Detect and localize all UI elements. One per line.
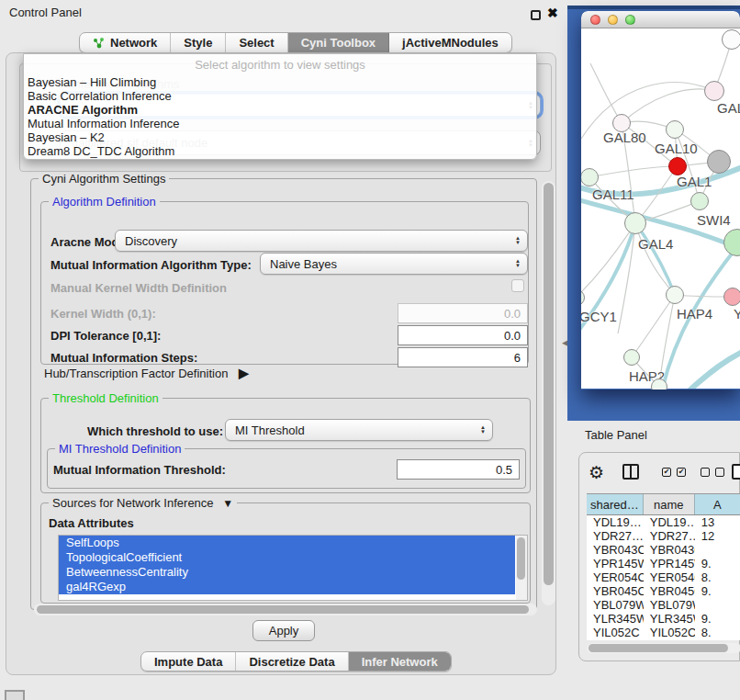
dpi-tolerance-field[interactable]: 0.0 [398,325,528,345]
network-node-GAL11[interactable] [581,168,599,186]
network-node-GAL1[interactable] [668,157,687,175]
minimize-traffic-light[interactable] [608,15,618,25]
which-threshold-combo[interactable]: MI Threshold [225,419,493,441]
checked-checkbox-icon[interactable] [662,468,671,477]
cell-value [695,543,740,557]
cell-shared-name: YDL19… [587,515,644,529]
network-node[interactable] [722,29,740,50]
settings-vscroll-thumb[interactable] [544,183,554,585]
cell-shared-name: YBL079W [587,598,644,612]
cell-value [695,598,740,612]
float-window-icon[interactable] [531,10,541,20]
attribute-item[interactable]: SelfLoops [59,536,515,550]
network-node-GAL4[interactable] [624,212,646,234]
cell-value: 8. [695,570,740,584]
mi-threshold-group: MI Threshold Definition Mutual Informati… [47,448,526,489]
zoom-traffic-light[interactable] [625,15,635,25]
kernel-width-label: Kernel Width (0,1): [50,307,156,321]
node-label-Y: Y [734,306,740,322]
network-node-HAP4[interactable] [666,286,684,304]
unchecked-checkbox-icon[interactable] [701,468,710,477]
apply-button[interactable]: Apply [252,620,315,641]
attribute-item[interactable]: TopologicalCoefficient [59,550,515,565]
tab-select[interactable]: Select [226,33,287,52]
hub-definition-expander[interactable]: Hub/Transcription Factor Definition ▶ [44,366,249,380]
table-row[interactable]: YIL052C YIL052C 8. [587,626,740,639]
mi-type-combo[interactable]: Naive Bayes [260,253,528,275]
network-node-GAL10[interactable] [666,120,684,139]
column-header-shared-name[interactable]: shared… [587,494,644,514]
dropdown-item[interactable]: Dream8 DC_TDC Algorithm [24,144,536,158]
tab-network-label: Network [110,36,157,50]
split-columns-icon[interactable] [622,464,639,480]
data-attributes-list[interactable]: SelfLoopsTopologicalCoefficientBetweenne… [58,535,528,601]
attribute-item[interactable]: gal4RGexp [59,580,515,594]
hub-definition-label: Hub/Transcription Factor Definition [44,367,228,380]
table-row[interactable]: YBR045C YBR045C 9. [587,584,740,598]
network-node-HAP2[interactable] [623,349,640,366]
gear-icon[interactable]: ⚙ [589,462,604,483]
network-view-window[interactable]: GAL8GAL80GAL10GAL1GAL11SWI4GAL4HAP4YGCY1… [581,11,740,390]
tab-impute-label: Impute Data [154,655,222,669]
manual-kernel-checkbox[interactable] [511,279,524,292]
table-horizontal-scrollbar[interactable] [587,643,740,653]
table-row[interactable]: YDR27… YDR27… 12 [587,529,740,543]
network-node-SWI4[interactable] [690,192,709,210]
network-node-Y[interactable] [723,288,740,306]
table-hscroll-thumb[interactable] [589,644,728,652]
mi-steps-label: Mutual Information Steps: [50,351,197,365]
column-header-clipped[interactable]: A [695,494,740,514]
close-icon[interactable]: ✖ [547,6,558,20]
attributes-scrollbar-thumb[interactable] [517,537,525,580]
sources-group-title[interactable]: Sources for Network Inference ▼ [49,496,237,510]
cell-name: YIL052C [644,626,695,639]
kernel-width-field[interactable]: 0.0 [398,303,528,323]
settings-hscroll-thumb[interactable] [37,605,529,614]
collapsed-panel-button[interactable] [5,690,25,700]
cell-name: YLR345W [644,612,695,626]
table-row[interactable]: YDL19… YDL19… 13 [587,515,740,529]
dropdown-item[interactable]: Bayesian – K2 [24,130,536,144]
table-row[interactable]: YBR043C YBR043C [587,543,740,557]
dropdown-item[interactable]: Bayesian – Hill Climbing [24,75,536,89]
dropdown-item[interactable]: Mutual Information Inference [24,117,536,130]
tab-style[interactable]: Style [171,33,226,52]
network-node[interactable] [707,150,731,174]
network-node-GAL8[interactable] [704,81,724,101]
mi-threshold-field[interactable]: 0.5 [397,459,520,480]
mi-steps-field[interactable]: 6 [398,347,528,367]
expander-open-icon: ▼ [222,497,233,510]
network-node[interactable] [651,378,667,390]
table-row[interactable]: YLR345W YLR345W 9. [587,612,740,626]
unchecked-checkbox-icon[interactable] [715,468,724,477]
dropdown-item[interactable]: Basic Correlation Inference [24,89,536,103]
network-canvas[interactable]: GAL8GAL80GAL10GAL1GAL11SWI4GAL4HAP4YGCY1… [581,28,740,389]
cell-name: YDL19… [644,515,695,529]
attributes-scrollbar[interactable] [516,536,527,600]
close-traffic-light[interactable] [590,15,600,25]
settings-horizontal-scrollbar[interactable] [34,604,537,615]
checked-checkbox-icon[interactable] [677,468,686,477]
node-table[interactable]: shared… name A YDL19… YDL19… 13 YDR27… Y… [587,493,740,640]
network-window-titlebar[interactable] [581,11,740,28]
tab-impute-data[interactable]: Impute Data [141,652,236,671]
table-row[interactable]: YER054C YER054C 8. [587,570,740,584]
cyni-toolbox-panel: Inference Algorithms galfiltered.sif def… [6,52,556,675]
tab-cyni-toolbox[interactable]: Cyni Toolbox [288,33,389,52]
tab-infer-network[interactable]: Infer Network [349,652,451,671]
aracne-mode-combo[interactable]: Discovery [115,230,528,252]
app-root: { "dock": {"title": "Control Panel", "fl… [0,0,740,700]
tab-network[interactable]: Network [80,33,171,52]
new-table-icon[interactable] [732,464,740,480]
tab-discretize-data[interactable]: Discretize Data [236,652,348,671]
table-row[interactable]: YBL079W YBL079W [587,598,740,612]
column-header-name[interactable]: name [644,494,695,514]
dropdown-item[interactable]: ARACNE Algorithm [24,103,536,117]
tab-cyni-toolbox-label: Cyni Toolbox [301,36,376,50]
table-row[interactable]: YPR145W YPR145W 9. [587,557,740,570]
settings-group-title: Cyni Algorithm Settings [39,172,169,186]
tab-jactivemnodules[interactable]: jActiveMNodules [389,33,511,52]
combo-arrows-icon [480,425,486,435]
settings-vertical-scrollbar[interactable] [542,181,555,605]
attribute-item[interactable]: BetweennessCentrality [59,565,515,580]
